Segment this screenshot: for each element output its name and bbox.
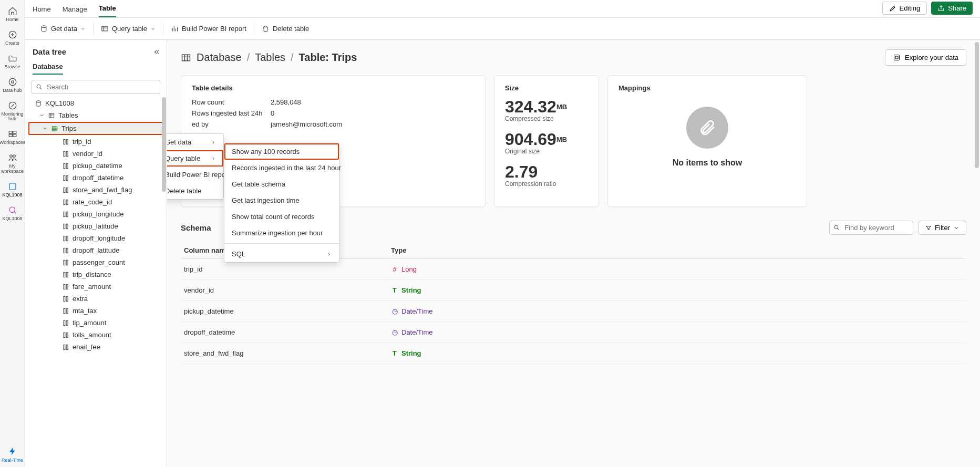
rail-realtime[interactable]: Real-Time [1, 447, 25, 467]
ribbon-query-table[interactable]: Query table [94, 22, 163, 36]
ribbon-delete-table-label: Delete table [273, 25, 309, 33]
ctx-get-data[interactable]: Get data [167, 134, 223, 150]
svg-rect-29 [66, 200, 68, 204]
ctx-delete-table[interactable]: Delete table [167, 183, 223, 199]
tree-column-pickup_latitude[interactable]: pickup_latitude [25, 220, 167, 232]
tab-home[interactable]: Home [33, 5, 51, 17]
svg-point-11 [9, 207, 15, 213]
ctx-show-100[interactable]: Show any 100 records [224, 143, 339, 160]
rail-kql2-label: KQL1008 [2, 216, 22, 222]
rail-myworkspace[interactable]: My workspace [1, 150, 25, 179]
data-tree-panel: Data tree Database KQL1008 Tables [25, 40, 167, 467]
rail-kql1[interactable]: KQL1008 [1, 179, 25, 202]
tree-column-label: pickup_datetime [73, 162, 122, 170]
mappings-empty-icon [686, 107, 728, 149]
tree-db-row[interactable]: KQL1008 [25, 97, 167, 109]
column-icon [62, 344, 69, 351]
tree-table-trips[interactable]: Trips [28, 122, 163, 135]
tree-column-trip_id[interactable]: trip_id [25, 136, 167, 148]
tree-column-label: rate_code_id [73, 198, 112, 206]
schema-row-vendor_id[interactable]: vendor_idTString [181, 280, 966, 301]
tree-column-tolls_amount[interactable]: tolls_amount [25, 329, 167, 341]
ctx-last-ingestion[interactable]: Get last ingestion time [224, 192, 339, 209]
home-icon [8, 6, 17, 16]
tree-column-vendor_id[interactable]: vendor_id [25, 148, 167, 160]
svg-rect-45 [66, 296, 68, 301]
schema-col-type: TString [391, 286, 966, 294]
ribbon-delete-table[interactable]: Delete table [254, 22, 316, 36]
schema-filter-button[interactable]: Filter [919, 221, 966, 235]
tree-scrollbar-thumb[interactable] [162, 97, 166, 192]
rail-kql2[interactable]: KQL1008 [1, 202, 25, 226]
svg-rect-31 [66, 212, 68, 216]
type-icon: # [391, 265, 398, 273]
ribbon-get-data[interactable]: Get data [33, 22, 93, 36]
tree-column-dropoff_datetime[interactable]: dropoff_datetime [25, 172, 167, 184]
tree-column-fare_amount[interactable]: fare_amount [25, 281, 167, 293]
column-icon [62, 247, 69, 254]
svg-rect-34 [64, 236, 65, 241]
tree-tables-row[interactable]: Tables [25, 109, 167, 121]
powerbi-icon [171, 25, 179, 33]
rail-workspaces[interactable]: Workspaces [1, 126, 25, 150]
ctx-build-report[interactable]: Build Power BI report [167, 167, 223, 183]
tree-column-label: passenger_count [73, 258, 125, 266]
column-icon [62, 150, 69, 158]
chevron-right-icon [211, 140, 216, 145]
svg-rect-24 [64, 175, 65, 180]
schema-find-input[interactable] [829, 221, 913, 235]
rail-create[interactable]: Create [1, 27, 25, 50]
tree-column-dropoff_latitude[interactable]: dropoff_latitude [25, 244, 167, 256]
ctx-records-24[interactable]: Records ingested in the last 24 hour [224, 160, 339, 176]
rail-monitoring[interactable]: Monitoring hub [1, 98, 25, 127]
content-scrollbar-thumb[interactable] [975, 42, 979, 168]
ctx-query-table[interactable]: Query table [167, 150, 223, 167]
ctx-sql[interactable]: SQL [224, 246, 339, 262]
schema-row-dropoff_datetime[interactable]: dropoff_datetime◷Date/Time [181, 322, 966, 343]
size-title: Size [505, 84, 588, 92]
chevron-down-icon [150, 26, 156, 32]
tree-column-dropoff_longitude[interactable]: dropoff_longitude [25, 232, 167, 244]
tree-column-rate_code_id[interactable]: rate_code_id [25, 196, 167, 208]
tree-column-pickup_datetime[interactable]: pickup_datetime [25, 160, 167, 172]
tree-column-label: dropoff_latitude [73, 246, 119, 254]
share-button[interactable]: Share [931, 2, 973, 15]
tree-subtab-label[interactable]: Database [33, 63, 63, 75]
rail-browse[interactable]: Browse [1, 50, 25, 74]
rail-home[interactable]: Home [1, 3, 25, 27]
tree-column-ehail_fee[interactable]: ehail_fee [25, 341, 167, 353]
tree-column-mta_tax[interactable]: mta_tax [25, 305, 167, 317]
ribbon-build-report[interactable]: Build Power BI report [163, 22, 254, 36]
content-scrollbar[interactable] [974, 40, 979, 467]
tree-column-extra[interactable]: extra [25, 293, 167, 305]
ctx-summarize[interactable]: Summarize ingestion per hour [224, 225, 339, 241]
context-menu-table: Get data Query table Build Power BI repo… [167, 133, 224, 200]
ctx-records-24-label: Records ingested in the last 24 hour [232, 164, 341, 172]
svg-rect-32 [64, 224, 65, 229]
schema-row-pickup_datetime[interactable]: pickup_datetime◷Date/Time [181, 301, 966, 322]
collapse-panel-icon[interactable] [153, 48, 160, 56]
ctx-total-count[interactable]: Show total count of records [224, 209, 339, 225]
tab-manage[interactable]: Manage [63, 5, 87, 17]
breadcrumb-database[interactable]: Database [197, 51, 242, 64]
tree-column-tip_amount[interactable]: tip_amount [25, 317, 167, 329]
editing-button[interactable]: Editing [882, 2, 927, 15]
tree-column-trip_distance[interactable]: trip_distance [25, 268, 167, 281]
rail-datahub[interactable]: Data hub [1, 74, 25, 98]
tree-column-pickup_longitude[interactable]: pickup_longitude [25, 208, 167, 220]
tree-search-input[interactable] [32, 80, 160, 94]
breadcrumb-tables[interactable]: Tables [255, 51, 285, 64]
svg-rect-40 [64, 272, 65, 277]
tree-column-passenger_count[interactable]: passenger_count [25, 256, 167, 268]
schema-row-store_and_fwd_flag[interactable]: store_and_fwd_flagTString [181, 343, 966, 364]
explore-data-button[interactable]: Explore your data [885, 49, 966, 66]
tab-table[interactable]: Table [99, 4, 116, 17]
tree-column-store_and_fwd_flag[interactable]: store_and_fwd_flag [25, 184, 167, 196]
ctx-get-schema[interactable]: Get table schema [224, 176, 339, 192]
top-tabs: Home Manage Table Editing Share [25, 0, 980, 18]
tree-scrollbar[interactable] [161, 97, 167, 467]
column-icon [62, 271, 69, 278]
bolt-icon [8, 447, 17, 456]
type-label: Long [401, 265, 417, 273]
column-icon [62, 174, 69, 182]
